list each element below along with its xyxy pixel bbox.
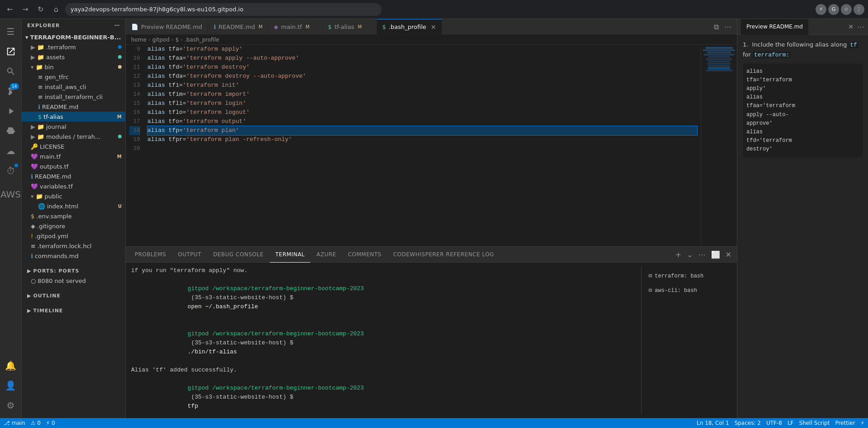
extensions-icon[interactable]: ⚡ <box>816 4 826 15</box>
panel-tab-codewhisperer[interactable]: CODEWHISPERER REFERENCE LOG <box>388 247 500 263</box>
panel-tab-output[interactable]: OUTPUT <box>173 247 207 263</box>
activity-explorer[interactable] <box>2 42 20 61</box>
nav-back[interactable]: ← <box>4 3 16 16</box>
tree-item-tf-alias[interactable]: $ tf-alias M <box>22 112 125 122</box>
panel-tab-azure[interactable]: AZURE <box>311 247 342 263</box>
breadcrumb-home[interactable]: home <box>131 37 146 43</box>
activity-remote[interactable]: ☁ <box>2 142 20 160</box>
tree-item-env-sample[interactable]: $ .env.sample <box>22 211 125 221</box>
tabs-bar: 📄 Preview README.md ℹ README.md M ◈ main… <box>126 19 737 35</box>
tab-main-tf-label: main.tf <box>281 24 302 30</box>
nav-home[interactable]: ⌂ <box>50 3 62 16</box>
right-panel-tab-preview[interactable]: Preview README.md <box>741 19 808 35</box>
tab-preview-readme[interactable]: 📄 Preview README.md <box>126 19 208 35</box>
sidebar-timeline-section[interactable]: ▶ TIMELINE <box>22 301 125 315</box>
breadcrumb-file[interactable]: .bash_profile <box>184 37 219 43</box>
tab-bash-profile-close[interactable]: ✕ <box>431 24 436 31</box>
status-language[interactable]: Shell Script <box>799 420 830 426</box>
tree-item-gitignore[interactable]: ◈ .gitignore <box>22 221 125 231</box>
activity-account[interactable]: 👤 <box>2 376 20 395</box>
tree-item-gitpod-yml[interactable]: ! .gitpod.yml <box>22 231 125 241</box>
activity-menu[interactable]: ☰ <box>2 23 20 41</box>
activity-run[interactable] <box>2 102 20 120</box>
more-actions-icon[interactable]: ⋯ <box>722 21 733 33</box>
tree-item-outputs-tf[interactable]: 💜 outputs.tf <box>22 161 125 171</box>
status-branch[interactable]: ⎇ main <box>4 420 25 426</box>
tab-bash-profile[interactable]: $ .bash_profile ✕ <box>377 19 442 35</box>
tree-item-gen-tfrc[interactable]: ≡ gen_tfrc <box>22 72 125 82</box>
address-bar[interactable]: yaya2devops-terraformbe-87jh8g6cy8l.ws-e… <box>65 3 382 16</box>
tree-item-modules[interactable]: ▶ 📁 modules / terrah... <box>22 132 125 141</box>
status-notification[interactable]: ⚡ <box>861 420 864 426</box>
status-eol[interactable]: LF <box>788 420 794 426</box>
activity-notifications[interactable]: 🔔 <box>2 357 20 375</box>
tab-readme-md[interactable]: ℹ README.md M <box>208 19 268 35</box>
profile-icon[interactable]: G <box>828 4 839 15</box>
panel-tab-terminal[interactable]: TERMINAL <box>270 247 310 263</box>
tab-tf-alias[interactable]: $ tf-alias M <box>323 19 377 35</box>
terminal-line-5: gitpod /workspace/terraform-beginner-boo… <box>131 375 636 418</box>
tree-item-assets[interactable]: ▶ 📁 assets <box>22 52 125 62</box>
breadcrumb-gitpod[interactable]: gitpod <box>152 37 170 43</box>
status-warnings[interactable]: ⚡ 0 <box>46 420 55 426</box>
tree-item-index-html[interactable]: 🌐 index.html U <box>22 201 125 211</box>
tree-item-commands-md[interactable]: ℹ commands.md <box>22 251 125 261</box>
tree-item-readme-root[interactable]: ℹ README.md <box>22 171 125 181</box>
status-spaces[interactable]: Spaces: 2 <box>735 420 761 426</box>
activity-settings[interactable]: ⚙ <box>2 396 20 414</box>
tree-item-terraform-lock[interactable]: ≡ .terraform.lock.hcl <box>22 241 125 251</box>
code-line-9: alias tfa='terraform apply' <box>147 45 697 54</box>
activity-aws[interactable]: AWS <box>2 185 20 203</box>
tree-item-install-aws[interactable]: ≡ install_aws_cli <box>22 82 125 92</box>
activity-timeline[interactable]: ⏱ <box>2 162 20 180</box>
activity-source-control[interactable]: 14 <box>2 82 20 100</box>
tab-bash-profile-label: .bash_profile <box>389 24 426 30</box>
nav-reload[interactable]: ↻ <box>34 3 47 16</box>
sidebar-menu-icon[interactable]: ⋯ <box>114 23 120 28</box>
terminal-add-btn[interactable]: + <box>674 249 683 261</box>
right-panel-more[interactable]: ⋯ <box>857 23 864 31</box>
split-editor-icon[interactable]: ⧉ <box>712 21 721 33</box>
status-position[interactable]: Ln 18, Col 1 <box>697 420 729 426</box>
status-formatter[interactable]: Prettier <box>835 420 855 426</box>
menu-icon[interactable]: ⋮ <box>854 4 864 15</box>
code-line-14: alias tfim='terraform import' <box>147 90 697 99</box>
tree-item-public[interactable]: ▾ 📁 public <box>22 191 125 201</box>
panel-tab-problems[interactable]: PROBLEMS <box>129 247 172 263</box>
tree-item-variables-tf[interactable]: 💜 variables.tf <box>22 181 125 191</box>
code-editor[interactable]: alias tfa='terraform apply' alias tfaa='… <box>144 45 701 246</box>
status-errors[interactable]: ⚠ 0 <box>31 420 41 426</box>
tab-bash-profile-icon: $ <box>382 24 386 30</box>
panel-maximize-btn[interactable]: ⬜ <box>709 249 722 261</box>
panel-tab-debug[interactable]: DEBUG CONSOLE <box>208 247 269 263</box>
tree-root[interactable]: ▾ TERRAFORM-BEGINNER-B... <box>22 32 125 42</box>
sidebar-port-entry[interactable]: ○ 8080 not served <box>22 276 125 286</box>
panel-more-btn[interactable]: ⋯ <box>697 249 708 261</box>
tree-item-readme-bin[interactable]: ℹ README.md <box>22 102 125 112</box>
panel-close-btn[interactable]: ✕ <box>724 249 733 261</box>
tree-item-main-tf[interactable]: 💜 main.tf M <box>22 151 125 161</box>
tree-item-install-terraform[interactable]: ≡ install_terraform_cli <box>22 92 125 102</box>
activity-extensions[interactable] <box>2 122 20 140</box>
terminal-aws-icon: ⊡ <box>649 286 652 295</box>
code-line-18: alias tfp='terraform plan' <box>147 126 697 135</box>
sidebar-outline-section[interactable]: ▶ OUTLINE <box>22 286 125 301</box>
breadcrumb-sep1: › <box>148 37 151 43</box>
right-panel-close[interactable]: ✕ <box>848 23 854 30</box>
terminal-split-btn[interactable]: ⌄ <box>685 249 694 261</box>
tree-item-journal[interactable]: ▶ 📁 journal <box>22 122 125 132</box>
tree-item-license[interactable]: 🔑 LICENSE <box>22 141 125 151</box>
terminal-aws-item[interactable]: ⊡ aws-cli: bash <box>645 284 728 297</box>
activity-search[interactable] <box>2 62 20 80</box>
tree-item-bin[interactable]: ▾ 📁 bin <box>22 62 125 72</box>
status-encoding[interactable]: UTF-8 <box>766 420 782 426</box>
sidebar-ports-section[interactable]: ▶ PORTS: PORTS <box>22 261 125 276</box>
code-block-line-10: destroy' <box>746 145 859 154</box>
tree-item-terraform[interactable]: ▶ 📁 .terraform <box>22 42 125 52</box>
nav-forward[interactable]: → <box>19 3 32 16</box>
terminal-main[interactable]: if you run "terraform apply" now. gitpod… <box>131 266 636 414</box>
terminal-bash-item[interactable]: ⊡ terraform: bash <box>645 270 728 282</box>
tab-main-tf[interactable]: ◈ main.tf M <box>269 19 323 35</box>
panel-tab-comments[interactable]: COMMENTS <box>343 247 387 263</box>
bookmark-icon[interactable]: ☆ <box>841 4 852 15</box>
